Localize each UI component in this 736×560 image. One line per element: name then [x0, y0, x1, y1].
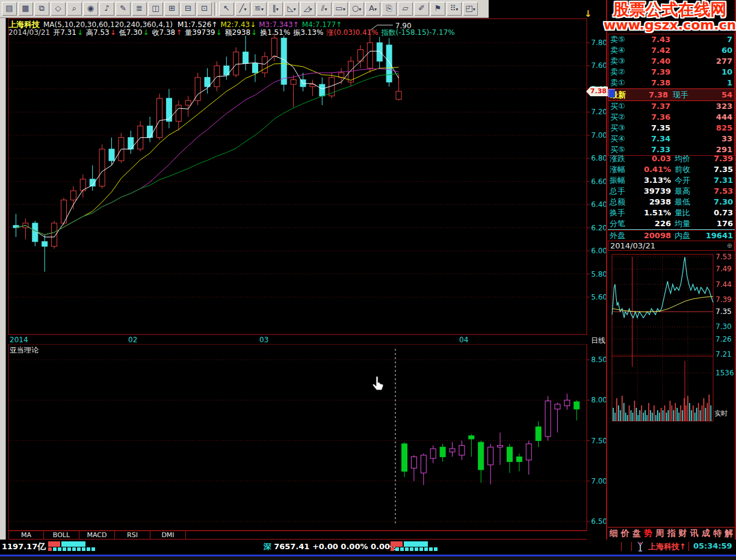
svg-text:6.50: 6.50	[591, 517, 607, 526]
svg-text:8.50: 8.50	[591, 355, 607, 364]
target-icon[interactable]: ◉	[83, 2, 98, 16]
quote-tab-成[interactable]: 成	[702, 528, 710, 539]
order-level-label: 买①	[610, 101, 637, 112]
dropdown-arrow-icon[interactable]: ▾	[276, 7, 279, 12]
fibonacci-icon[interactable]: ◿▾	[300, 2, 315, 16]
search-icon[interactable]: ⌕	[67, 2, 82, 16]
order-book-row[interactable]: 卖①7.381	[608, 78, 734, 88]
copy-icon[interactable]: ⧉	[34, 2, 49, 16]
mixed-panel-icon[interactable]: ⊡	[197, 2, 212, 16]
stat-row: 换手1.51%量比0.73	[608, 208, 735, 218]
workbook-icon[interactable]: ▤	[2, 2, 17, 16]
dropdown-arrow-icon[interactable]: ▾	[359, 7, 361, 12]
quote-tab-价[interactable]: 价	[621, 528, 629, 539]
subchart-title: 亚当理论	[10, 345, 39, 355]
flag-icon[interactable]: ⚑	[430, 2, 445, 16]
stat-value: 7.30	[699, 197, 733, 208]
intraday-volume-bars	[613, 395, 711, 421]
order-volume: 825	[670, 123, 732, 134]
parallel-lines-icon[interactable]: ∥▾	[268, 2, 283, 16]
eraser-icon[interactable]: ▱	[398, 2, 413, 16]
clipboard-icon[interactable]: ⎘	[382, 2, 397, 16]
stat-label: 外盘	[610, 230, 634, 241]
stat-value: 20098	[634, 230, 671, 241]
ellipse-tool-icon[interactable]: ○▾	[349, 2, 364, 16]
quote-tab-特[interactable]: 特	[713, 528, 722, 539]
gann-fan-icon[interactable]: ◺▾	[284, 2, 299, 16]
note-icon[interactable]: ✎	[116, 2, 131, 16]
order-book-row[interactable]: 卖②7.3910	[608, 67, 734, 78]
dropdown-arrow-icon[interactable]: ▾	[456, 7, 458, 12]
quote-tab-势[interactable]: 势	[644, 528, 652, 539]
dropdown-arrow-icon[interactable]: ▾	[261, 7, 264, 12]
rectangle-tool-icon[interactable]: ▭▾	[333, 2, 348, 16]
volume-scale-tick: 1536	[716, 369, 734, 377]
statusbar-separator	[621, 542, 622, 551]
text-tool-icon[interactable]: A▾	[365, 2, 380, 16]
stat-label: 量比	[675, 208, 699, 218]
indicator-tab-boll[interactable]: BOLL	[44, 531, 79, 540]
color-dots-icon[interactable]: ⠿▾	[447, 2, 462, 16]
pointer-icon[interactable]: ↖	[219, 2, 234, 16]
order-book-row[interactable]: 买③7.35825	[608, 123, 734, 134]
alarm-bell-icon[interactable]: ♪	[99, 2, 114, 16]
dropdown-arrow-icon[interactable]: ▾	[324, 7, 327, 12]
indicator-tab-ma[interactable]: MA	[8, 531, 44, 540]
split-panel-icon[interactable]: ◫	[148, 2, 163, 16]
main-kline-chart[interactable]: 7.807.607.407.207.006.806.606.406.206.00…	[5, 18, 608, 344]
dropdown-arrow-icon[interactable]: ▾	[293, 7, 295, 12]
order-volume: 60	[670, 45, 732, 56]
period-label[interactable]: 日线	[591, 336, 605, 346]
order-price: 7.34	[637, 134, 670, 144]
quote-tab-细[interactable]: 细	[610, 528, 618, 539]
order-book-row[interactable]: 买①7.37323	[608, 101, 734, 112]
kline-panel-icon[interactable]: ⊞	[164, 2, 179, 16]
cube-icon[interactable]: ◇	[51, 2, 66, 16]
indicator-tab-dmi[interactable]: DMI	[150, 531, 186, 540]
channel-line-icon[interactable]: ≌▾	[252, 2, 267, 16]
report-list-icon[interactable]: ≣	[132, 2, 147, 16]
adam-theory-chart[interactable]: 8.508.007.507.006.50	[5, 344, 608, 540]
save-icon[interactable]: ◰▾	[463, 2, 478, 16]
statusbar-separator	[631, 542, 632, 551]
stat-label: 总手	[610, 186, 634, 197]
quote-tab-盘[interactable]: 盘	[632, 528, 641, 539]
order-book-row[interactable]: 卖③7.40277	[608, 56, 734, 67]
quote-tab-讯[interactable]: 讯	[690, 528, 699, 539]
pen-icon[interactable]: ✐	[414, 2, 429, 16]
quote-tab-周[interactable]: 周	[655, 528, 664, 539]
quote-tab-解[interactable]: 解	[725, 528, 733, 539]
intraday-price-line	[612, 257, 713, 318]
quote-tab-指[interactable]: 指	[667, 528, 675, 539]
stat-value: 176	[699, 218, 733, 229]
statusbar-stock-name[interactable]: 上海科技↑	[648, 541, 686, 552]
info-segment: 量39739	[185, 28, 215, 37]
order-book-row[interactable]: 买④7.3433	[608, 134, 734, 144]
dropdown-arrow-icon[interactable]: ▾	[309, 7, 312, 12]
chart-view-icon[interactable]: ▦	[18, 2, 33, 16]
order-volume: 33	[670, 134, 732, 144]
info-segment: ↓	[251, 28, 257, 37]
connection-antenna-icon	[636, 541, 645, 553]
intraday-mini-chart[interactable]: 7.537.497.447.397.357.307.267.211536实时	[608, 250, 736, 424]
minute-panel-icon[interactable]: ⊟	[181, 2, 196, 16]
crosshair-icon[interactable]: ⊕	[727, 241, 732, 250]
order-level-label: 卖⑤	[610, 34, 637, 45]
stat-row: 涨跌0.03均价7.39	[608, 153, 735, 164]
order-book-row[interactable]: 卖⑤7.437	[608, 34, 734, 45]
indicator-tab-rsi[interactable]: RSI	[115, 531, 150, 540]
dropdown-arrow-icon[interactable]: ▾	[374, 7, 377, 12]
order-book-row[interactable]: 买②7.36444	[608, 112, 734, 123]
dropdown-arrow-icon[interactable]: ▾	[343, 7, 345, 12]
trendline-icon[interactable]: ╱▾	[235, 2, 250, 16]
svg-text:7.35: 7.35	[716, 307, 732, 316]
dropdown-arrow-icon[interactable]: ▾	[244, 7, 246, 12]
quote-tab-财[interactable]: 财	[679, 528, 687, 539]
indicator-tab-macd[interactable]: MACD	[79, 531, 115, 540]
dropdown-arrow-icon[interactable]: ▾	[473, 7, 475, 12]
stat-label: 涨跌	[610, 153, 634, 164]
order-book-row[interactable]: 卖④7.4260	[608, 45, 734, 56]
current-hand-label: 现手	[673, 89, 699, 100]
stat-label: 涨幅	[610, 164, 634, 175]
hatch-lines-icon[interactable]: ⫽▾	[317, 2, 332, 16]
